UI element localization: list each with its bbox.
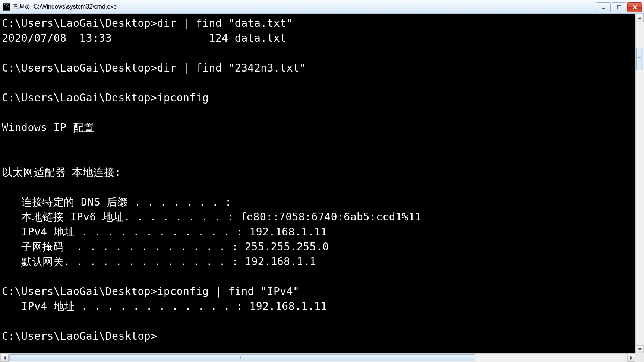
terminal-output[interactable]: C:\Users\LaoGai\Desktop>dir | find "data… xyxy=(0,14,635,353)
scroll-down-button[interactable] xyxy=(636,345,644,353)
cmd-icon xyxy=(3,3,10,11)
cmd-window: 管理员: C:\Windows\system32\cmd.exe C:\User… xyxy=(0,0,644,362)
titlebar[interactable]: 管理员: C:\Windows\system32\cmd.exe xyxy=(0,0,644,14)
window-title: 管理员: C:\Windows\system32\cmd.exe xyxy=(12,3,596,11)
client-area: C:\Users\LaoGai\Desktop>dir | find "data… xyxy=(0,14,644,362)
close-button[interactable] xyxy=(627,2,642,12)
scroll-up-button[interactable] xyxy=(636,14,644,22)
vscroll-thumb[interactable] xyxy=(636,48,643,70)
hscroll-thumb[interactable] xyxy=(9,354,475,361)
scrollbar-corner xyxy=(635,353,644,362)
scroll-right-button[interactable] xyxy=(627,354,635,362)
scroll-left-button[interactable] xyxy=(0,354,9,362)
svg-rect-1 xyxy=(617,5,621,9)
horizontal-scrollbar[interactable] xyxy=(0,353,635,362)
vertical-scrollbar[interactable] xyxy=(635,14,644,353)
minimize-button[interactable] xyxy=(596,2,611,12)
svg-rect-0 xyxy=(602,8,605,9)
maximize-button[interactable] xyxy=(612,2,626,12)
vscroll-track[interactable] xyxy=(636,22,644,345)
hscroll-track[interactable] xyxy=(9,354,627,362)
